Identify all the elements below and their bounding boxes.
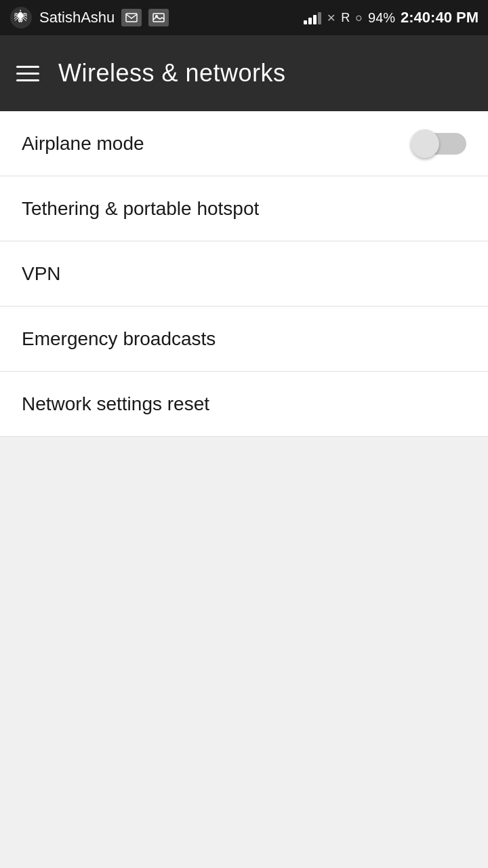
svg-rect-2 <box>126 14 137 22</box>
settings-item-tethering[interactable]: Tethering & portable hotspot <box>0 176 488 241</box>
hamburger-line-2 <box>16 73 39 75</box>
settings-list: Airplane mode Tethering & portable hotsp… <box>0 111 488 437</box>
status-left: 🕷 SatishAshu <box>9 6 169 29</box>
status-bar: 🕷 SatishAshu ✕ R <box>0 0 488 35</box>
vpn-label: VPN <box>22 263 61 285</box>
hamburger-menu-button[interactable] <box>16 66 39 81</box>
toggle-thumb <box>411 130 439 158</box>
settings-item-airplane-mode[interactable]: Airplane mode <box>0 111 488 176</box>
gallery-icon <box>148 9 169 26</box>
airplane-mode-toggle[interactable] <box>412 129 466 159</box>
time-text: 2:40:40 PM <box>401 9 479 26</box>
no-signal-icon: ✕ <box>327 12 336 24</box>
status-right: ✕ R ○ 94% 2:40:40 PM <box>304 9 479 26</box>
tethering-label: Tethering & portable hotspot <box>22 198 259 220</box>
empty-content-area <box>0 437 488 868</box>
sync-icon: ○ <box>355 11 363 25</box>
roaming-icon: R <box>341 11 350 25</box>
spiderman-icon: 🕷 <box>9 6 33 29</box>
signal-icon <box>304 11 321 24</box>
settings-item-vpn[interactable]: VPN <box>0 241 488 307</box>
network-reset-label: Network settings reset <box>22 393 209 415</box>
page-title: Wireless & networks <box>58 59 286 87</box>
app-bar: Wireless & networks <box>0 35 488 111</box>
airplane-mode-label: Airplane mode <box>22 133 144 155</box>
settings-item-emergency-broadcasts[interactable]: Emergency broadcasts <box>0 307 488 372</box>
emergency-broadcasts-label: Emergency broadcasts <box>22 328 216 350</box>
message-icon <box>121 9 142 26</box>
battery-text: 94% <box>368 10 395 26</box>
svg-text:🕷: 🕷 <box>14 9 28 24</box>
hamburger-line-1 <box>16 66 39 68</box>
status-username: SatishAshu <box>39 9 115 26</box>
settings-item-network-reset[interactable]: Network settings reset <box>0 372 488 437</box>
hamburger-line-3 <box>16 79 39 81</box>
